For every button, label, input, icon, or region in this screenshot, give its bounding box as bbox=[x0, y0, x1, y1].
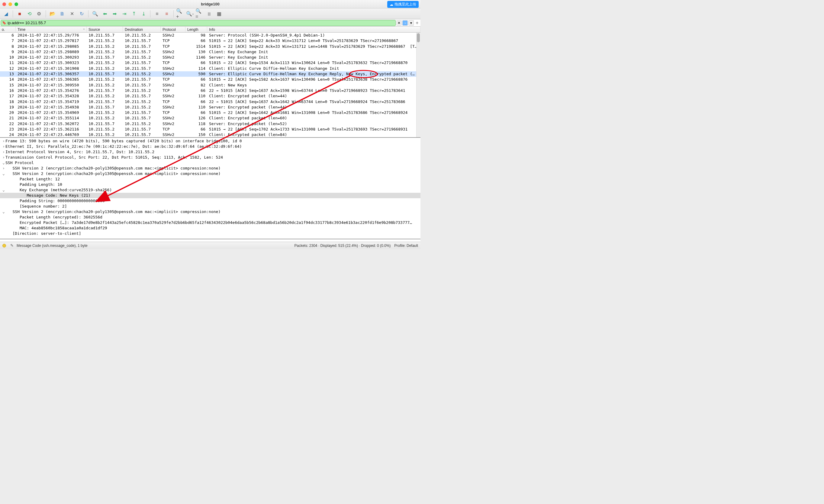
go-first-button[interactable]: ⤒ bbox=[129, 10, 138, 18]
clear-filter-button[interactable]: ✕ bbox=[396, 20, 402, 26]
detail-row[interactable]: [Direction: server-to-client] bbox=[0, 231, 420, 236]
status-profile[interactable]: Profile: Default bbox=[394, 243, 418, 248]
expert-info-icon[interactable] bbox=[2, 244, 6, 247]
zoom-reset-button[interactable]: 🔍= bbox=[195, 10, 204, 18]
close-file-button[interactable]: ✕ bbox=[68, 10, 76, 18]
packet-row[interactable]: 122024-11-07 22:47:15.30190810.211.55.21… bbox=[0, 66, 420, 71]
tree-twisty-icon[interactable] bbox=[2, 193, 5, 198]
packet-row[interactable]: 82024-11-07 22:47:15.29808510.211.55.210… bbox=[0, 44, 420, 49]
tree-twisty-icon[interactable] bbox=[2, 177, 5, 182]
packet-row[interactable]: 72024-11-07 22:47:15.29781710.211.55.210… bbox=[0, 38, 420, 43]
col-source[interactable]: Source bbox=[87, 27, 123, 32]
minimize-window-button[interactable] bbox=[8, 2, 12, 6]
detail-row[interactable]: ›Transmission Control Protocol, Src Port… bbox=[0, 155, 420, 160]
detail-row[interactable]: ›Ethernet II, Src: Parallels_22:ec:7e (0… bbox=[0, 144, 420, 149]
detail-row[interactable]: Encrypted Packet […]: 7a3de17d9e8b2f1443… bbox=[0, 220, 420, 225]
packet-row[interactable]: 192024-11-07 22:47:15.35493810.211.55.71… bbox=[0, 105, 420, 110]
resize-cols-button[interactable]: ⫼ bbox=[205, 10, 214, 18]
packet-row[interactable]: 142024-11-07 22:47:15.30638510.211.55.21… bbox=[0, 77, 420, 82]
scrollbar-thumb[interactable] bbox=[417, 33, 420, 42]
packet-row[interactable]: 162024-11-07 22:47:15.35427610.211.55.71… bbox=[0, 88, 420, 93]
packet-row[interactable]: 242024-11-07 22:47:23.44676910.211.55.21… bbox=[0, 132, 420, 137]
go-forward-button[interactable]: ➡ bbox=[110, 10, 119, 18]
packet-row[interactable]: 152024-11-07 22:47:15.30955010.211.55.21… bbox=[0, 83, 420, 88]
close-window-button[interactable] bbox=[2, 2, 6, 6]
tree-twisty-icon[interactable]: › bbox=[2, 144, 5, 149]
go-last-button[interactable]: ⤓ bbox=[139, 10, 148, 18]
tree-twisty-icon[interactable]: ⌄ bbox=[2, 209, 5, 214]
tree-twisty-icon[interactable]: ⌄ bbox=[2, 171, 5, 177]
tree-twisty-icon[interactable]: › bbox=[2, 149, 5, 155]
zoom-out-button[interactable]: 🔍- bbox=[186, 10, 194, 18]
tree-twisty-icon[interactable]: ⌄ bbox=[2, 187, 5, 193]
filter-history-button[interactable]: ▾ bbox=[408, 20, 414, 26]
apply-filter-button[interactable]: → bbox=[402, 20, 408, 26]
detail-row[interactable]: Packet Length (encrypted): 3602556d bbox=[0, 214, 420, 220]
wireshark-logo-icon[interactable]: ◢ bbox=[2, 10, 10, 18]
tree-twisty-icon[interactable] bbox=[2, 204, 5, 209]
capture-options-button[interactable]: ⚙ bbox=[35, 10, 43, 18]
tree-twisty-icon[interactable] bbox=[2, 182, 5, 187]
packet-row[interactable]: 172024-11-07 22:47:15.35432810.211.55.21… bbox=[0, 93, 420, 99]
open-file-button[interactable]: 📂 bbox=[48, 10, 57, 18]
auto-scroll-button[interactable]: ≡ bbox=[153, 10, 161, 18]
tree-twisty-icon[interactable]: ⌄ bbox=[2, 160, 5, 166]
zoom-window-button[interactable] bbox=[14, 2, 18, 6]
packet-bytes[interactable] bbox=[0, 239, 420, 242]
packet-row[interactable]: 212024-11-07 22:47:15.35511410.211.55.21… bbox=[0, 115, 420, 121]
packet-row[interactable]: 132024-11-07 22:47:15.30635710.211.55.71… bbox=[0, 71, 420, 77]
col-no[interactable]: o. bbox=[0, 27, 16, 32]
packet-row[interactable]: 222024-11-07 22:47:15.36207210.211.55.71… bbox=[0, 121, 420, 127]
packet-row[interactable]: 112024-11-07 22:47:15.30032310.211.55.21… bbox=[0, 60, 420, 66]
packet-row[interactable]: 62024-11-07 22:47:15.29/77610.211.55.710… bbox=[0, 33, 420, 38]
detail-row[interactable]: ›Frame 13: 590 bytes on wire (4720 bits)… bbox=[0, 138, 420, 144]
packet-row[interactable]: 202024-11-07 22:47:15.35496910.211.55.21… bbox=[0, 110, 420, 115]
resize-all-button[interactable]: ▦ bbox=[215, 10, 223, 18]
add-filter-button[interactable]: + bbox=[414, 20, 420, 26]
tree-twisty-icon[interactable] bbox=[2, 231, 5, 236]
detail-row[interactable]: Padding Length: 10 bbox=[0, 182, 420, 187]
tree-twisty-icon[interactable] bbox=[2, 198, 5, 204]
go-back-button[interactable]: ⬅ bbox=[101, 10, 109, 18]
packet-row[interactable]: 182024-11-07 22:47:15.35471910.211.55.71… bbox=[0, 99, 420, 105]
col-time[interactable]: Time bbox=[16, 27, 87, 32]
tree-twisty-icon[interactable]: › bbox=[2, 166, 5, 171]
colorize-button[interactable]: ≡ bbox=[163, 10, 171, 18]
detail-row[interactable]: MAC: 4eab8560bc1858acaa1a0a1dcad1df29 bbox=[0, 225, 420, 231]
detail-row[interactable]: [Sequence number: 2] bbox=[0, 204, 420, 209]
reload-button[interactable]: ↻ bbox=[77, 10, 86, 18]
tree-twisty-icon[interactable]: › bbox=[2, 138, 5, 144]
detail-row[interactable]: ⌄SSH Protocol bbox=[0, 160, 420, 166]
zoom-in-button[interactable]: 🔍+ bbox=[176, 10, 185, 18]
tree-twisty-icon[interactable] bbox=[2, 225, 5, 231]
packet-row[interactable]: 92024-11-07 22:47:15.29808910.211.55.210… bbox=[0, 49, 420, 55]
tree-twisty-icon[interactable]: › bbox=[2, 155, 5, 160]
col-info[interactable]: Info bbox=[207, 27, 420, 32]
detail-row[interactable]: › SSH Version 2 (encryption:chacha20-pol… bbox=[0, 166, 420, 171]
go-jump-button[interactable]: ⇥ bbox=[120, 10, 128, 18]
edit-icon[interactable]: ✎ bbox=[10, 243, 14, 248]
packet-details[interactable]: ›Frame 13: 590 bytes on wire (4720 bits)… bbox=[0, 138, 420, 239]
display-filter-input[interactable]: 🔖 ip.addr== 10.211.55.7 bbox=[1, 20, 396, 26]
detail-row[interactable]: ⌄ Key Exchange (method:curve25519-sha256… bbox=[0, 187, 420, 193]
scrollbar-track[interactable] bbox=[416, 33, 420, 137]
tree-twisty-icon[interactable] bbox=[2, 220, 5, 225]
packet-list[interactable]: 62024-11-07 22:47:15.29/77610.211.55.710… bbox=[0, 33, 420, 138]
detail-row[interactable]: Message Code: New Keys (21) bbox=[0, 193, 420, 198]
detail-row[interactable]: Packet Length: 12 bbox=[0, 177, 420, 182]
detail-row[interactable]: ⌄ SSH Version 2 (encryption:chacha20-pol… bbox=[0, 209, 420, 214]
bookmark-icon[interactable]: 🔖 bbox=[2, 21, 6, 25]
upload-drop-button[interactable]: ☁ 拖拽至此上传 bbox=[387, 1, 419, 8]
detail-row[interactable]: ⌄ SSH Version 2 (encryption:chacha20-pol… bbox=[0, 171, 420, 177]
col-protocol[interactable]: Protocol bbox=[161, 27, 186, 32]
packet-row[interactable]: 102024-11-07 22:47:15.30029310.211.55.71… bbox=[0, 55, 420, 60]
packet-row[interactable]: 232024-11-07 22:47:15.36211610.211.55.21… bbox=[0, 127, 420, 132]
col-destination[interactable]: Destination bbox=[123, 27, 161, 32]
save-file-button[interactable]: 🗎 bbox=[58, 10, 67, 18]
col-length[interactable]: Length bbox=[186, 27, 207, 32]
restart-capture-button[interactable]: ⟲ bbox=[25, 10, 33, 18]
find-button[interactable]: 🔍 bbox=[91, 10, 99, 18]
detail-row[interactable]: ›Internet Protocol Version 4, Src: 10.21… bbox=[0, 149, 420, 155]
detail-row[interactable]: Padding String: 00000000000000000000 bbox=[0, 198, 420, 204]
stop-capture-button[interactable]: ■ bbox=[15, 10, 24, 18]
